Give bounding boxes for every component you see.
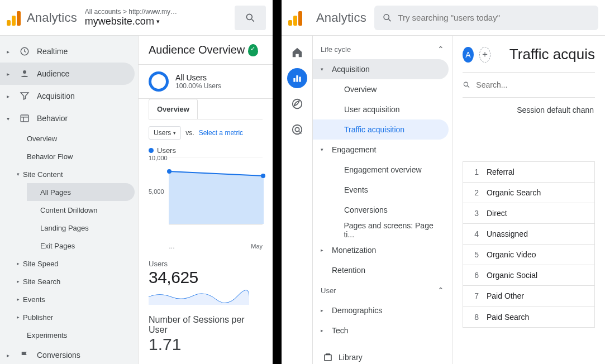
search-button[interactable] <box>235 6 266 30</box>
row-label: Referral <box>487 167 594 176</box>
nav-behavior-sitesearch[interactable]: ▸Site Search <box>27 272 138 290</box>
segment-ring-icon <box>149 71 169 92</box>
chevron-right-icon: ▸ <box>321 247 327 253</box>
section-user[interactable]: User ⌃ <box>313 280 452 300</box>
site-name: mywebsite.com ▾ <box>85 16 180 28</box>
nav-acquisition[interactable]: ▸ Acquisition <box>0 85 135 107</box>
x-tick: May <box>251 243 263 250</box>
row-label: Organic Video <box>487 250 594 259</box>
nav-acq-user[interactable]: User acquisition <box>313 99 449 119</box>
funnel-icon <box>19 91 30 101</box>
row-index: 5 <box>463 250 487 259</box>
nav-acq-traffic[interactable]: Traffic acquisition <box>313 119 449 140</box>
segment-sub: 100.00% Users <box>175 82 221 90</box>
nav-eng-events[interactable]: Events <box>313 180 449 200</box>
chevron-right-icon: ▸ <box>17 261 20 266</box>
chevron-down-icon: ▾ <box>173 130 176 136</box>
row-label: Paid Other <box>487 291 594 300</box>
nav-rail <box>282 36 313 364</box>
chevron-right-icon: ▸ <box>321 308 327 313</box>
nav-monetization[interactable]: ▸Monetization <box>313 240 449 260</box>
chevron-right-icon: ▸ <box>17 296 20 302</box>
global-search[interactable] <box>374 6 598 30</box>
rail-home[interactable] <box>287 42 307 63</box>
nav-behavior[interactable]: ▾ Behavior <box>0 107 135 130</box>
table-row[interactable]: 1Referral <box>463 162 594 183</box>
table-row[interactable]: 4Unassigned <box>463 224 594 245</box>
row-label: Direct <box>487 209 594 218</box>
rail-advertising[interactable] <box>287 119 307 140</box>
nav-acquisition[interactable]: ▾ Acquisition <box>313 59 449 79</box>
svg-point-16 <box>464 82 468 86</box>
row-label: Unassigned <box>487 229 594 238</box>
row-index: 7 <box>463 291 487 300</box>
row-index: 3 <box>463 209 487 218</box>
rail-explore[interactable] <box>287 94 307 114</box>
nav-eng-overview[interactable]: Engagement overview <box>313 160 449 180</box>
nav-realtime[interactable]: ▸ Realtime <box>0 40 135 63</box>
vs-label: vs. <box>185 129 194 137</box>
nav-eng-conversions[interactable]: Conversions <box>313 200 449 220</box>
nav-behavior-publisher[interactable]: ▸Publisher <box>27 308 138 326</box>
table-row[interactable]: 6Organic Social <box>463 265 594 286</box>
nav-sc-exit[interactable]: Exit Pages <box>27 237 138 255</box>
svg-rect-4 <box>21 115 28 122</box>
nav-acq-overview[interactable]: Overview <box>313 79 449 99</box>
nav-behavior-sitecontent[interactable]: ▾Site Content <box>27 165 138 183</box>
chevron-down-icon: ▾ <box>321 66 327 72</box>
clock-icon <box>19 46 30 56</box>
row-index: 6 <box>463 271 487 280</box>
table-search-input[interactable] <box>476 80 595 89</box>
metric-select[interactable]: Users ▾ <box>149 126 181 140</box>
nav-audience[interactable]: ▸ Audience <box>0 63 135 85</box>
select-metric-link[interactable]: Select a metric <box>199 129 243 137</box>
nav-conversions[interactable]: ▸ Conversions <box>0 344 135 364</box>
user-avatar[interactable]: A <box>463 47 474 63</box>
nav-tech[interactable]: ▸Tech <box>313 320 449 341</box>
segment-name: All Users <box>175 73 221 82</box>
account-switcher[interactable]: All accounts > http://www.mywebsit.... m… <box>85 8 180 28</box>
nav-sc-allpages[interactable]: All Pages <box>27 183 135 201</box>
x-tick: … <box>169 243 175 250</box>
search-icon <box>245 12 256 23</box>
nav-behavior-flow[interactable]: Behavior Flow <box>27 147 138 165</box>
nav-library[interactable]: Library <box>313 346 452 364</box>
users-chart: 10,000 5,000 <box>149 157 263 241</box>
column-header[interactable]: Session default chann <box>463 98 595 122</box>
table-row[interactable]: 8Paid Search <box>463 306 594 327</box>
rail-reports[interactable] <box>287 68 307 88</box>
tab-overview[interactable]: Overview <box>149 99 198 119</box>
nav-sc-drilldown[interactable]: Content Drilldown <box>27 201 138 219</box>
nav-eng-pages[interactable]: Pages and screens: Page ti... <box>313 220 449 240</box>
svg-line-1 <box>252 19 254 21</box>
nav-behavior-sitespeed[interactable]: ▸Site Speed <box>27 255 138 272</box>
nav-sc-landing[interactable]: Landing Pages <box>27 219 138 237</box>
row-index: 1 <box>463 167 487 176</box>
chart-point <box>261 174 265 178</box>
legend-dot-icon <box>149 148 154 153</box>
nav-behavior-overview[interactable]: Overview <box>27 130 138 147</box>
svg-line-8 <box>388 19 390 21</box>
nav-label: Acquisition <box>37 92 75 100</box>
brand-label: Analytics <box>316 11 366 25</box>
table-row[interactable]: 7Paid Other <box>463 286 594 306</box>
add-comparison-button[interactable]: ＋ <box>479 47 490 63</box>
chevron-right-icon: ▸ <box>7 49 12 55</box>
table-row[interactable]: 3Direct <box>463 203 594 224</box>
nav-demographics[interactable]: ▸Demographics <box>313 300 449 320</box>
metric-users-label: Users <box>149 260 263 268</box>
right-header: Analytics <box>282 0 605 36</box>
nav-engagement[interactable]: ▾ Engagement <box>313 140 449 160</box>
nav-behavior-events[interactable]: ▸Events <box>27 290 138 308</box>
table-row[interactable]: 5Organic Video <box>463 245 594 265</box>
layout-icon <box>19 113 30 123</box>
segment-row[interactable]: All Users 100.00% Users <box>139 65 273 99</box>
section-lifecycle[interactable]: Life cycle ⌃ <box>313 39 452 59</box>
metric-sessions-label: Number of Sessions per User <box>149 315 263 335</box>
table-row[interactable]: 2Organic Search <box>463 183 594 203</box>
y-tick: 5,000 <box>149 188 164 195</box>
nav-retention[interactable]: Retention <box>313 260 449 280</box>
global-search-input[interactable] <box>398 13 590 22</box>
nav-behavior-experiments[interactable]: Experiments <box>27 326 138 344</box>
chevron-up-icon: ⌃ <box>437 45 444 54</box>
